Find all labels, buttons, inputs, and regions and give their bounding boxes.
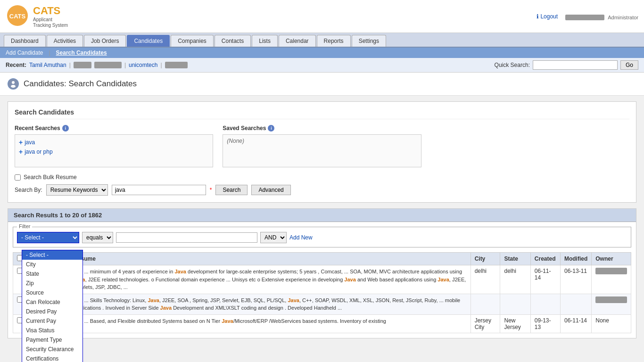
filter-dropdown: - Select - City State Zip Source Can Rel… [22, 250, 83, 362]
recent-search-item-1[interactable]: + java [19, 138, 209, 147]
row-3-created: 09-13-13 [530, 314, 560, 333]
tab-job-orders[interactable]: Job Orders [84, 35, 126, 47]
th-modified[interactable]: Modified [560, 253, 591, 265]
saved-searches-section: Saved Searches i (None) [223, 125, 421, 167]
add-new-link[interactable]: Add New [289, 234, 313, 241]
results-table: Name ▲ Resume City State Created Modifie… [13, 252, 631, 333]
page-title-bar: Candidates: Search Candidates [0, 73, 644, 96]
highlight: Java [222, 318, 233, 324]
quick-search-input[interactable] [533, 60, 618, 70]
row-3-resume: 🔍 ... Based, and Flexible distributed Sy… [70, 314, 471, 333]
dd-item-desired-pay[interactable]: Desired Pay [22, 307, 83, 316]
logo-title: CATS [33, 5, 68, 17]
page-icon [8, 78, 19, 90]
tab-contacts[interactable]: Contacts [215, 35, 251, 47]
tab-lists[interactable]: Lists [252, 35, 278, 47]
recent-searches-title: Recent Searches i [15, 125, 213, 132]
th-state[interactable]: State [500, 253, 530, 265]
saved-searches-info-icon[interactable]: i [268, 125, 274, 132]
page-title: Candidates: Search Candidates [24, 79, 137, 89]
advanced-button[interactable]: Advanced [251, 185, 290, 195]
tab-calendar[interactable]: Calendar [279, 35, 316, 47]
dd-item-state[interactable]: State [22, 269, 83, 279]
go-button[interactable]: Go [620, 60, 638, 70]
search-row-top: Recent Searches i + java + java or php [15, 125, 629, 167]
search-by-row: Search By: Resume KeywordsNameEmailPhone… [15, 184, 629, 196]
filter-equals-select[interactable]: equals [82, 232, 113, 243]
logo: CATS [6, 4, 29, 29]
highlight: Java [174, 269, 186, 274]
saved-none-text: (None) [227, 138, 244, 144]
recent-blurred-2 [94, 62, 122, 68]
logo-area: CATS CATS ApplicantTracking System [6, 4, 68, 29]
th-owner[interactable]: Owner [592, 253, 631, 265]
row-1-owner [592, 265, 631, 294]
user-area: ℹ Logout Administrator [537, 13, 638, 20]
dd-item-zip[interactable]: Zip [22, 279, 83, 288]
logout-link[interactable]: Logout [540, 13, 558, 20]
bulk-resume-label: Search Bulk Resume [24, 174, 77, 181]
tab-settings[interactable]: Settings [352, 35, 386, 47]
dd-item-can-relocate[interactable]: Can Relocate [22, 297, 83, 307]
subnav-search-candidates[interactable]: Search Candidates [56, 49, 107, 56]
tab-reports[interactable]: Reports [317, 35, 351, 47]
row-3-city: Jersey City [471, 314, 500, 333]
dd-item-security-clearance[interactable]: Security Clearance [22, 345, 83, 354]
dd-item-select[interactable]: - Select - [22, 250, 83, 260]
logout-icon: ℹ [537, 13, 539, 20]
tab-candidates[interactable]: Candidates [127, 35, 170, 47]
table-header-row: Name ▲ Resume City State Created Modifie… [13, 253, 631, 265]
dd-item-city[interactable]: City [22, 260, 83, 269]
user-role: Administrator [608, 15, 638, 20]
recent-search-item-2[interactable]: + java or php [19, 147, 209, 156]
dd-item-visa-status[interactable]: Visa Status [22, 326, 83, 335]
quick-search-area: Quick Search: Go [495, 60, 638, 70]
bulk-resume-checkbox[interactable] [15, 174, 21, 181]
row-2-owner-blurred [595, 296, 627, 303]
subnav-add-candidate[interactable]: Add Candidate [6, 49, 43, 56]
table-row: 🔍 ... Based, and Flexible distributed Sy… [13, 314, 631, 333]
required-star: * [210, 187, 212, 193]
quick-search-label: Quick Search: [495, 62, 530, 68]
th-city[interactable]: City [471, 253, 500, 265]
recent-searches-info-icon[interactable]: i [62, 125, 69, 132]
filter-select[interactable]: - Select -CityStateZipSourceCan Relocate… [17, 232, 79, 243]
row-1-owner-blurred [595, 268, 627, 274]
row-2-state [500, 294, 530, 314]
filter-value-input[interactable] [116, 232, 257, 243]
th-created[interactable]: Created [530, 253, 560, 265]
saved-searches-title: Saved Searches i [223, 125, 421, 132]
filter-label: Filter [17, 223, 32, 229]
recent-label: Recent: [6, 62, 26, 68]
row-3-owner: None [592, 314, 631, 333]
sub-nav: Add Candidate | Search Candidates [0, 48, 644, 58]
highlight: Java [438, 277, 449, 282]
tab-companies[interactable]: Companies [171, 35, 214, 47]
results-section: Search Results 1 to 20 of 1862 Filter - … [8, 208, 636, 338]
svg-point-3 [12, 81, 15, 84]
dd-item-certifications[interactable]: Certifications [22, 354, 83, 362]
dd-item-source[interactable]: Source [22, 288, 83, 297]
row-2-owner [592, 294, 631, 314]
filter-row: - Select -CityStateZipSourceCan Relocate… [17, 232, 627, 243]
keyword-input[interactable] [112, 185, 206, 195]
row-1-resume-text: ... minimum of 4 years of experience in … [74, 269, 466, 290]
highlight: Java [344, 277, 355, 282]
tab-dashboard[interactable]: Dashboard [4, 35, 46, 47]
search-by-select[interactable]: Resume KeywordsNameEmailPhone [46, 184, 108, 196]
dd-item-current-pay[interactable]: Current Pay [22, 316, 83, 326]
row-2-resume-text: ... Skills Technology: Linux, Java, J2EE… [74, 297, 460, 311]
search-button[interactable]: Search [215, 185, 248, 195]
recent-link-1[interactable]: Tamil Amuthan [29, 62, 66, 68]
row-2-city [471, 294, 500, 314]
highlight: Java [148, 297, 159, 303]
dd-item-payment-type[interactable]: Payment Type [22, 335, 83, 345]
recent-link-unicomtech[interactable]: unicomtech [129, 62, 157, 68]
filter-and-select[interactable]: AND OR [260, 232, 287, 243]
svg-text:CATS: CATS [9, 13, 26, 20]
plus-icon-2: + [19, 148, 23, 156]
row-3-resume-text: ... Based, and Flexible distributed Syst… [84, 318, 386, 324]
row-3-state: New Jersey [500, 314, 530, 333]
th-resume[interactable]: Resume [70, 253, 471, 265]
tab-activities[interactable]: Activities [47, 35, 83, 47]
